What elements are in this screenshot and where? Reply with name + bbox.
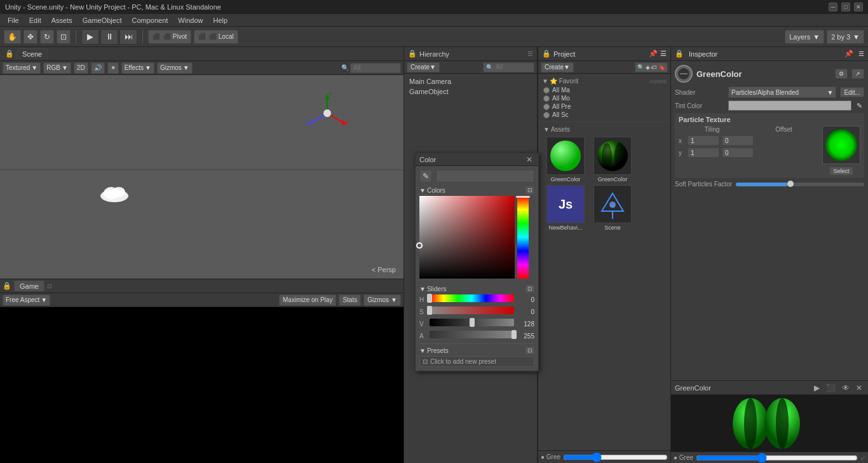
v-slider[interactable] — [430, 319, 514, 326]
colors-options[interactable]: ⊡ — [526, 186, 534, 194]
hex-input[interactable] — [436, 170, 534, 183]
offset-x-input[interactable] — [722, 135, 754, 146]
maximize-on-play-button[interactable]: Maximize on Play — [279, 294, 336, 306]
h-slider[interactable] — [430, 294, 514, 302]
shader-dropdown[interactable]: Particles/Alpha Blended ▼ — [728, 86, 836, 98]
asset-item-scene[interactable]: Scene — [590, 185, 635, 231]
hierarchy-create-button[interactable]: Create ▼ — [407, 62, 440, 73]
presets-options[interactable]: ⊡ — [526, 347, 534, 354]
menu-gameobject[interactable]: GameObject — [78, 14, 127, 27]
scene-audio-button[interactable]: 🔊 — [91, 62, 105, 74]
project-pin-icon[interactable]: 📌 — [649, 50, 658, 58]
hierarchy-item-main-camera[interactable]: Main Camera — [407, 76, 534, 86]
fav-all-scenes[interactable]: All Sc — [541, 111, 668, 119]
menu-component[interactable]: Component — [126, 14, 173, 27]
menu-edit[interactable]: Edit — [24, 14, 46, 27]
eyedropper-button[interactable]: ✎ — [419, 170, 432, 183]
inspector-menu-icon[interactable]: ☰ — [858, 50, 864, 57]
scene-mode-dropdown[interactable]: Textured ▼ — [3, 62, 41, 74]
asset-item-greencolor-1[interactable]: GreenColor — [543, 137, 588, 183]
sliders-options[interactable]: ⊡ — [526, 285, 534, 293]
scene-tab[interactable]: Scene — [17, 48, 48, 59]
asset-item-greencolor-2[interactable]: GreenColor — [590, 137, 635, 183]
inspector-pin-icon[interactable]: 📌 — [844, 50, 853, 58]
play-controls: ▶ ⏸ ⏭ — [81, 29, 137, 45]
hierarchy-menu-icon[interactable]: ☰ — [527, 50, 533, 57]
s-slider-thumb[interactable] — [427, 306, 432, 315]
a-slider-thumb[interactable] — [512, 330, 517, 339]
aspect-chevron: ▼ — [41, 296, 47, 303]
inspector-export-btn[interactable]: ↗ — [851, 69, 864, 79]
preview-option1[interactable]: ⬛ — [824, 383, 837, 393]
preview-close-button[interactable]: ✕ — [854, 383, 864, 393]
maximize-button[interactable]: □ — [841, 3, 850, 11]
move-tool-button[interactable]: ✥ — [24, 30, 37, 44]
hierarchy-item-gameobject[interactable]: GameObject — [407, 86, 534, 97]
stats-button[interactable]: Stats — [339, 294, 361, 306]
layers-dropdown[interactable]: Layers ▼ — [785, 30, 824, 44]
texture-preview[interactable] — [822, 126, 860, 164]
fav-all-materials[interactable]: All Ma — [541, 86, 668, 94]
project-menu-icon[interactable]: ☰ — [660, 50, 667, 58]
assets-header[interactable]: ▼ Assets — [541, 125, 668, 134]
project-zoom-slider[interactable] — [563, 454, 668, 460]
v-slider-thumb[interactable] — [470, 318, 475, 327]
hand-tool-button[interactable]: ✋ — [4, 30, 21, 44]
tiling-y-input[interactable] — [688, 148, 719, 158]
preview-slider[interactable] — [696, 455, 858, 460]
color-gradient[interactable] — [419, 196, 515, 279]
scene-search-input[interactable] — [350, 63, 401, 73]
game-tab[interactable]: Game — [14, 280, 44, 291]
hue-slider[interactable] — [517, 196, 529, 279]
game-gizmos-button[interactable]: Gizmos ▼ — [363, 294, 401, 306]
inspector-options-btn[interactable]: ⚙ — [835, 69, 848, 79]
scene-fx-button[interactable]: ✴ — [107, 62, 119, 74]
scene-gizmos-dropdown[interactable]: Gizmos ▼ — [157, 62, 193, 74]
menu-file[interactable]: File — [3, 14, 24, 27]
pivot-button[interactable]: ⬛ ⬛ Pivot — [148, 30, 191, 44]
add-preset-button[interactable]: ⊡ Click to add new preset — [419, 356, 534, 367]
scene-viewport[interactable]: Y X Z < Persp — [0, 75, 403, 279]
menu-assets[interactable]: Assets — [46, 14, 78, 27]
soft-particles-slider[interactable] — [736, 183, 864, 186]
tiling-offset-headers: Tiling Offset — [679, 126, 817, 133]
play-button[interactable]: ▶ — [81, 29, 99, 45]
color-picker-close[interactable]: ✕ — [524, 155, 534, 165]
scale-tool-button[interactable]: ⊡ — [57, 30, 71, 44]
asset-item-newbehavi[interactable]: Js NewBehavi... — [543, 185, 588, 231]
js-icon: Js — [559, 197, 573, 212]
tiling-x-input[interactable] — [688, 135, 719, 146]
menu-help[interactable]: Help — [208, 14, 233, 27]
offset-header: Offset — [750, 126, 817, 133]
tint-color-edit[interactable]: ✎ — [854, 100, 864, 111]
offset-y-input[interactable] — [722, 148, 754, 158]
window-controls[interactable]: ─ □ ✕ — [829, 3, 863, 11]
pause-button[interactable]: ⏸ — [100, 29, 118, 45]
preview-option2[interactable]: 👁 — [840, 383, 851, 393]
project-lock-icon: 🔒 — [542, 50, 551, 58]
local-button[interactable]: ⬛ ⬛ Local — [194, 30, 238, 44]
hierarchy-search-input[interactable] — [493, 63, 531, 72]
close-button[interactable]: ✕ — [854, 3, 863, 11]
aspect-dropdown[interactable]: Free Aspect ▼ — [3, 294, 50, 306]
minimize-button[interactable]: ─ — [829, 3, 837, 11]
h-slider-thumb[interactable] — [427, 294, 432, 303]
menu-window[interactable]: Window — [173, 14, 208, 27]
step-button[interactable]: ⏭ — [119, 29, 137, 45]
texture-select-button[interactable]: Select — [829, 167, 853, 176]
game-viewport[interactable] — [0, 307, 403, 463]
scene-effects-dropdown[interactable]: Effects ▼ — [121, 62, 154, 74]
preview-play-button[interactable]: ▶ — [812, 383, 822, 393]
project-create-button[interactable]: Create ▼ — [541, 62, 574, 73]
fav-all-prefabs[interactable]: All Pre — [541, 102, 668, 111]
edit-shader-button[interactable]: Edit... — [840, 87, 864, 97]
rotate-tool-button[interactable]: ↻ — [40, 30, 54, 44]
layout-dropdown[interactable]: 2 by 3 ▼ — [827, 30, 864, 44]
tint-color-swatch[interactable] — [728, 100, 851, 111]
fav-all-models[interactable]: All Mo — [541, 94, 668, 102]
soft-particles-thumb[interactable] — [787, 181, 794, 187]
s-slider[interactable] — [430, 307, 514, 314]
scene-2d-button[interactable]: 2D — [74, 62, 88, 74]
scene-color-dropdown[interactable]: RGB ▼ — [43, 62, 71, 74]
a-slider[interactable] — [430, 331, 514, 338]
